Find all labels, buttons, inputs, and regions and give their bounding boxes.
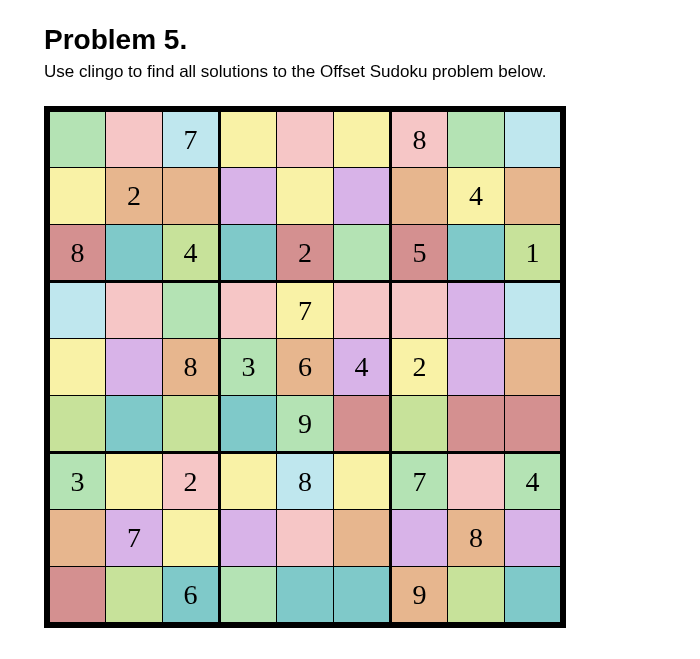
sudoku-cell (448, 225, 505, 282)
sudoku-cell (220, 111, 277, 168)
sudoku-cell (49, 510, 106, 567)
sudoku-cell (505, 396, 562, 453)
sudoku-cell (277, 510, 334, 567)
sudoku-row: 78 (49, 111, 562, 168)
sudoku-board: 7824842517836429328747869 (44, 106, 566, 628)
sudoku-cell: 2 (106, 168, 163, 225)
sudoku-cell (163, 510, 220, 567)
sudoku-cell: 8 (163, 339, 220, 396)
sudoku-cell: 9 (277, 396, 334, 453)
sudoku-cell: 8 (277, 453, 334, 510)
sudoku-cell (334, 453, 391, 510)
sudoku-cell (277, 168, 334, 225)
sudoku-cell (163, 396, 220, 453)
sudoku-cell (448, 453, 505, 510)
sudoku-row: 84251 (49, 225, 562, 282)
sudoku-cell (220, 282, 277, 339)
sudoku-cell (334, 510, 391, 567)
sudoku-cell (106, 567, 163, 624)
sudoku-cell: 4 (448, 168, 505, 225)
sudoku-row: 32874 (49, 453, 562, 510)
sudoku-cell (106, 396, 163, 453)
sudoku-cell: 3 (49, 453, 106, 510)
sudoku-cell: 7 (277, 282, 334, 339)
sudoku-cell (448, 111, 505, 168)
sudoku-cell (49, 168, 106, 225)
sudoku-cell (49, 282, 106, 339)
sudoku-cell: 3 (220, 339, 277, 396)
sudoku-cell (505, 168, 562, 225)
page-title: Problem 5. (44, 24, 700, 56)
sudoku-cell (277, 111, 334, 168)
sudoku-cell (505, 111, 562, 168)
sudoku-cell (106, 339, 163, 396)
sudoku-cell (334, 111, 391, 168)
sudoku-cell: 8 (49, 225, 106, 282)
sudoku-cell: 7 (163, 111, 220, 168)
sudoku-grid: 7824842517836429328747869 (47, 109, 563, 625)
sudoku-cell: 1 (505, 225, 562, 282)
sudoku-cell (334, 396, 391, 453)
sudoku-cell: 5 (391, 225, 448, 282)
sudoku-cell (220, 225, 277, 282)
sudoku-cell: 8 (391, 111, 448, 168)
sudoku-cell (391, 282, 448, 339)
sudoku-cell (334, 225, 391, 282)
sudoku-cell: 2 (391, 339, 448, 396)
sudoku-cell (220, 453, 277, 510)
sudoku-cell (163, 282, 220, 339)
sudoku-cell (505, 339, 562, 396)
sudoku-cell (448, 339, 505, 396)
sudoku-cell (391, 510, 448, 567)
problem-description: Use clingo to find all solutions to the … (44, 62, 700, 82)
sudoku-cell: 2 (277, 225, 334, 282)
sudoku-cell (334, 567, 391, 624)
sudoku-cell (277, 567, 334, 624)
sudoku-cell (49, 339, 106, 396)
sudoku-cell (106, 453, 163, 510)
sudoku-cell: 7 (391, 453, 448, 510)
sudoku-cell (106, 225, 163, 282)
sudoku-cell: 4 (163, 225, 220, 282)
sudoku-cell (220, 510, 277, 567)
sudoku-cell: 6 (163, 567, 220, 624)
sudoku-cell (505, 567, 562, 624)
sudoku-cell (163, 168, 220, 225)
sudoku-row: 9 (49, 396, 562, 453)
sudoku-cell (334, 282, 391, 339)
sudoku-cell: 7 (106, 510, 163, 567)
sudoku-row: 7 (49, 282, 562, 339)
sudoku-cell (106, 282, 163, 339)
sudoku-cell (391, 168, 448, 225)
sudoku-row: 78 (49, 510, 562, 567)
sudoku-cell (220, 567, 277, 624)
sudoku-cell: 9 (391, 567, 448, 624)
sudoku-cell (49, 111, 106, 168)
sudoku-cell: 8 (448, 510, 505, 567)
sudoku-cell: 4 (334, 339, 391, 396)
sudoku-cell (391, 396, 448, 453)
sudoku-cell (106, 111, 163, 168)
sudoku-cell (448, 282, 505, 339)
sudoku-cell (448, 567, 505, 624)
sudoku-cell (49, 396, 106, 453)
sudoku-cell (220, 396, 277, 453)
sudoku-cell: 4 (505, 453, 562, 510)
sudoku-cell: 6 (277, 339, 334, 396)
sudoku-row: 83642 (49, 339, 562, 396)
sudoku-cell (49, 567, 106, 624)
sudoku-cell: 2 (163, 453, 220, 510)
sudoku-cell (505, 510, 562, 567)
sudoku-row: 69 (49, 567, 562, 624)
sudoku-cell (220, 168, 277, 225)
sudoku-cell (334, 168, 391, 225)
sudoku-cell (505, 282, 562, 339)
sudoku-row: 24 (49, 168, 562, 225)
sudoku-cell (448, 396, 505, 453)
